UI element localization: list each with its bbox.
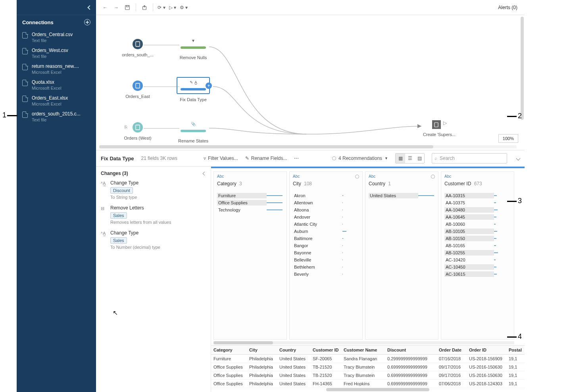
profile-value-row[interactable]: AC-10420: [444, 256, 511, 263]
profile-value-row[interactable]: Baltimore: [293, 235, 359, 242]
add-connection-button[interactable]: [84, 19, 90, 25]
profile-value-row[interactable]: United States: [369, 192, 435, 199]
connection-item[interactable]: return reasons_new....Microsoft Excel: [17, 61, 96, 77]
grid-header-cell[interactable]: Order ID: [467, 346, 506, 355]
run-button[interactable]: ▷ ▾: [167, 2, 178, 13]
profile-value-row[interactable]: AA-10645: [444, 213, 511, 221]
profile-value-row[interactable]: AB-10060: [444, 221, 511, 228]
scrollbar-thumb[interactable]: [326, 388, 429, 391]
profile-value-row[interactable]: Andover: [293, 213, 359, 221]
sidebar-collapse[interactable]: [17, 0, 96, 15]
profile-value-row[interactable]: Belleville: [293, 256, 359, 263]
search-input[interactable]: ⌕ Search: [432, 153, 507, 163]
rename-fields-button[interactable]: ✎ Rename Fields...: [245, 156, 287, 161]
grid-header-cell[interactable]: Category: [211, 346, 247, 355]
add-step-button[interactable]: +: [206, 83, 212, 89]
zoom-level[interactable]: 100%: [498, 134, 518, 143]
connection-item[interactable]: Quota.xlsxMicrosoft Excel: [17, 77, 96, 93]
grid-cell: Furniture: [211, 355, 247, 363]
profile-value-row[interactable]: AC-10615: [444, 271, 511, 278]
profile-value-row[interactable]: AB-10165: [444, 242, 511, 249]
change-item[interactable]: ⊟Remove LettersSalesRemoves letters from…: [101, 205, 206, 225]
view-list-button[interactable]: ☰: [405, 154, 415, 163]
profile-value-row[interactable]: AB-10105: [444, 228, 511, 235]
node-remove-nulls[interactable]: ▼ Remove Nulls: [175, 36, 211, 60]
node-fix-data-type[interactable]: ✎A̲ + Fix Data Type: [175, 77, 211, 102]
table-row[interactable]: Office SuppliesPhiladelphiaUnited States…: [211, 380, 525, 388]
profile-value-row[interactable]: Furniture: [217, 192, 283, 199]
change-item[interactable]: ᴬA̲Change TypeSalesTo Number (decimal) t…: [101, 230, 206, 250]
profile-scrollbar[interactable]: [213, 341, 522, 345]
node-orders-south[interactable]: orders_south_...: [120, 39, 156, 57]
node-rename-states[interactable]: 📎 Rename States: [175, 119, 211, 143]
profile-value-row[interactable]: AA-10315: [444, 192, 511, 199]
grid-header-cell[interactable]: City: [247, 346, 277, 355]
grid-header-cell[interactable]: Customer ID: [310, 346, 341, 355]
grid-header-cell[interactable]: Postal: [506, 346, 525, 355]
node-output[interactable]: ▷ Create 'Supers...: [421, 120, 457, 137]
grid-header-cell[interactable]: Discount: [385, 346, 436, 355]
profile-value-row[interactable]: Bangor: [293, 242, 359, 249]
table-row[interactable]: Office SuppliesPhiladelphiaUnited States…: [211, 363, 525, 371]
profile-value-row[interactable]: AA-10375: [444, 199, 511, 206]
scrollbar-thumb[interactable]: [99, 145, 433, 148]
profile-card[interactable]: AbcCity 108AkronAllentownAltoonaAndoverA…: [289, 171, 363, 340]
connection-item[interactable]: Orders_West.csvText file: [17, 45, 96, 61]
connection-item[interactable]: orders_south_2015.c...Text file: [17, 109, 96, 125]
bulb-icon[interactable]: [355, 175, 359, 179]
recommendations-button[interactable]: 4 Recommendations ▼: [332, 156, 388, 161]
view-grid-button[interactable]: ▤: [415, 154, 424, 163]
profile-value-row[interactable]: Altoona: [293, 206, 359, 213]
back-button[interactable]: ←: [100, 2, 110, 13]
profile-card[interactable]: AbcCategory 3FurnitureOffice SuppliesTec…: [213, 171, 287, 340]
alerts-button[interactable]: Alerts (0): [498, 5, 521, 10]
profile-value-row[interactable]: Allentown: [293, 199, 359, 206]
profile-bar: [418, 195, 435, 196]
table-row[interactable]: FurniturePhiladelphiaUnited StatesSF-200…: [211, 355, 525, 363]
grid-header-cell[interactable]: Customer Name: [341, 346, 385, 355]
refresh-button[interactable]: ⟳ ▾: [156, 2, 167, 13]
run-icon[interactable]: ▷: [443, 120, 447, 129]
change-item[interactable]: ᴬA̲Change TypeDiscountTo String type: [101, 180, 206, 200]
profile-value-row[interactable]: AC-10450: [444, 263, 511, 271]
profile-value-row[interactable]: AB-10255: [444, 249, 511, 256]
publish-button[interactable]: [139, 2, 150, 13]
more-options-button[interactable]: ⋯: [294, 156, 299, 161]
forward-button[interactable]: →: [111, 2, 121, 13]
filter-values-button[interactable]: ▿ Filter Values...: [204, 156, 238, 161]
connections-header: Connections: [17, 15, 96, 29]
flow-scrollbar-horizontal[interactable]: [99, 145, 517, 148]
grid-header-cell[interactable]: Country: [277, 346, 310, 355]
profile-card[interactable]: AbcCustomer ID 673AA-10315AA-10375AA-104…: [441, 171, 514, 340]
data-grid: CategoryCityCountryCustomer IDCustomer N…: [211, 345, 525, 392]
profile-value-row[interactable]: Atlantic City: [293, 221, 359, 228]
profile-value-row[interactable]: AB-10150: [444, 235, 511, 242]
bulb-icon[interactable]: [431, 175, 435, 179]
grid-scrollbar[interactable]: [211, 388, 525, 392]
settings-button[interactable]: ⚙ ▾: [179, 2, 189, 13]
table-row[interactable]: Office SuppliesPhiladelphiaUnited States…: [211, 371, 525, 380]
grid-header-cell[interactable]: Order Date: [436, 346, 467, 355]
profile-value-row[interactable]: Beverly: [293, 271, 359, 278]
profile-value-row[interactable]: Office Supplies: [217, 199, 283, 206]
node-orders-west[interactable]: ⎘ Orders (West): [120, 122, 156, 140]
flow-canvas[interactable]: orders_south_... ▼ Remove Nulls Orders_E…: [96, 15, 525, 150]
profile-value-row[interactable]: Bayonne: [293, 249, 359, 256]
profile-bar: [494, 217, 511, 217]
collapse-changes-button[interactable]: [203, 171, 207, 175]
grid-cell: Philadelphia: [247, 363, 277, 371]
profile-value-row[interactable]: Bethlehem: [293, 263, 359, 271]
expand-button[interactable]: [516, 156, 520, 160]
flow-scrollbar-vertical[interactable]: [521, 17, 524, 120]
node-orders-east[interactable]: Orders_East: [120, 81, 156, 99]
profile-value-row[interactable]: Auburn: [293, 228, 359, 235]
view-profile-button[interactable]: ▦: [396, 154, 405, 163]
profile-value-row[interactable]: Technology: [217, 206, 283, 213]
scrollbar-thumb[interactable]: [213, 341, 273, 344]
connection-item[interactable]: Orders_East.xlsxMicrosoft Excel: [17, 93, 96, 109]
save-button[interactable]: [122, 2, 133, 13]
profile-value-row[interactable]: AA-10480: [444, 206, 511, 213]
profile-value-row[interactable]: Akron: [293, 192, 359, 199]
profile-card[interactable]: AbcCountry 1United States: [365, 171, 438, 340]
connection-item[interactable]: Orders_Central.csvText file: [17, 29, 96, 45]
